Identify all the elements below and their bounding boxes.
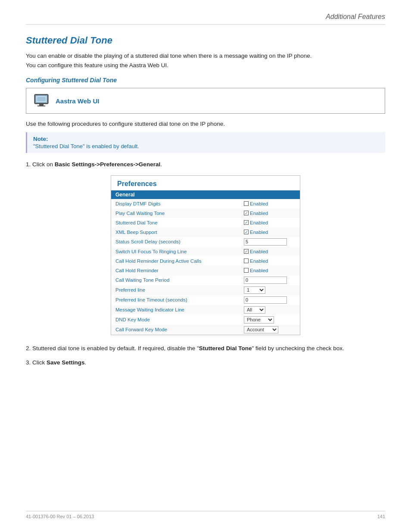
aastra-label: Aastra Web UI [56,97,99,105]
pref-select-preferred-line[interactable]: 1 2 3 [244,286,265,294]
pref-value-status-scroll [244,238,296,246]
pref-value-mwi-line: All 1 [244,306,296,314]
footer-left: 41-001376-00 Rev 01 – 06.2013 [26,514,94,519]
step-1: 1. Click on Basic Settings->Preferences-… [26,160,385,169]
pref-checkbox-stuttered-dial-tone[interactable]: ✓ [244,220,249,225]
pref-row-play-call-waiting: Play Call Waiting Tone ✓ Enabled [111,208,300,218]
step2-prefix: 2. Stuttered dial tone is enabled by def… [26,345,199,352]
pref-label-play-call-waiting: Play Call Waiting Tone [115,211,244,216]
pref-label-hold-reminder-active: Call Hold Reminder During Active Calls [115,258,244,264]
pref-label-status-scroll: Status Scroll Delay (seconds) [115,239,244,244]
pref-checkbox-xml-beep[interactable]: ✓ [244,230,249,234]
step3-suffix: . [85,359,87,366]
step3-prefix: 3. Click [26,359,47,366]
use-following-text: Use the following procedures to configur… [26,121,385,127]
pref-row-mwi-line: Message Waiting Indicator Line All 1 [111,305,300,315]
pref-label-display-dtmf: Display DTMF Digits [115,201,244,206]
step2-bold: Stuttered Dial Tone [199,345,252,352]
step1-prefix: 1. Click on [26,161,55,168]
pref-value-dnd-key-mode: Phone Account [244,316,296,324]
pref-select-mwi-line[interactable]: All 1 [244,306,265,314]
step2-suffix: " field by unchecking the check box. [252,345,344,352]
pref-checkbox-hold-reminder[interactable] [244,268,249,273]
aastra-web-ui-box: Aastra Web UI [26,88,385,114]
pref-value-play-call-waiting: ✓ Enabled [244,211,296,216]
preferences-panel: Preferences General Display DTMF Digits … [111,175,300,335]
pref-value-xml-beep: ✓ Enabled [244,230,296,235]
pref-input-status-scroll[interactable] [244,238,287,246]
pref-label-hold-reminder: Call Hold Reminder [115,268,244,273]
pref-value-preferred-line: 1 2 3 [244,286,296,294]
pref-label-dnd-key-mode: DND Key Mode [115,317,244,322]
pref-value-hold-reminder-active: Enabled [244,258,296,264]
section-heading: Configuring Stuttered Dial Tone [26,77,385,84]
pref-row-hold-reminder-active: Call Hold Reminder During Active Calls E… [111,256,300,266]
pref-input-preferred-line-timeout[interactable] [244,296,287,304]
page-title: Stuttered Dial Tone [26,35,385,46]
pref-row-preferred-line: Preferred line 1 2 3 [111,285,300,295]
svg-rect-3 [37,106,45,106]
pref-checkbox-play-call-waiting[interactable]: ✓ [244,211,249,215]
page-header: Additional Features [26,13,385,25]
note-box: Note: "Stuttered Dial Tone" is enabled b… [26,132,385,153]
step3-bold: Save Settings [47,359,85,366]
pref-label-switch-ui: Switch UI Focus To Ringing Line [115,249,244,254]
pref-value-switch-ui: ✓ Enabled [244,249,296,254]
step-3: 3. Click Save Settings. [26,358,385,367]
pref-value-call-waiting-period [244,277,296,284]
pref-label-call-forward-key-mode: Call Forward Key Mode [115,327,244,332]
pref-checkbox-hold-reminder-active[interactable] [244,258,249,263]
pref-row-call-forward-key-mode: Call Forward Key Mode Account Phone [111,325,300,335]
pref-label-mwi-line: Message Waiting Indicator Line [115,307,244,312]
pref-row-xml-beep: XML Beep Support ✓ Enabled [111,227,300,237]
note-text: "Stuttered Dial Tone" is enabled by defa… [33,143,379,149]
note-label: Note: [33,136,379,142]
preferences-title: Preferences [111,176,300,190]
step1-suffix: . [160,161,162,168]
step1-bold: Basic Settings->Preferences->General [55,161,160,168]
pref-label-xml-beep: XML Beep Support [115,230,244,235]
pref-row-dnd-key-mode: DND Key Mode Phone Account [111,315,300,325]
pref-value-hold-reminder: Enabled [244,268,296,273]
header-title: Additional Features [326,13,385,20]
pref-row-call-waiting-period: Call Waiting Tone Period [111,275,300,285]
footer-right: 141 [377,514,385,519]
pref-label-stuttered-dial-tone: Stuttered Dial Tone [115,220,244,225]
pref-label-preferred-line-timeout: Preferred line Timeout (seconds) [115,297,244,302]
pref-section-general: General [111,190,300,199]
svg-rect-5 [37,97,46,101]
pref-row-stuttered-dial-tone: Stuttered Dial Tone ✓ Enabled [111,218,300,227]
pref-label-call-waiting-period: Call Waiting Tone Period [115,277,244,283]
pref-checkbox-display-dtmf[interactable] [244,201,249,206]
pref-row-preferred-line-timeout: Preferred line Timeout (seconds) [111,295,300,305]
pref-select-dnd-key-mode[interactable]: Phone Account [244,316,274,324]
pref-row-hold-reminder: Call Hold Reminder Enabled [111,266,300,275]
pref-value-preferred-line-timeout [244,296,296,304]
pref-value-display-dtmf: Enabled [244,201,296,206]
pref-value-call-forward-key-mode: Account Phone [244,326,296,333]
aastra-monitor-icon [33,93,50,109]
pref-row-display-dtmf: Display DTMF Digits Enabled [111,199,300,208]
pref-row-switch-ui: Switch UI Focus To Ringing Line ✓ Enable… [111,247,300,256]
pref-row-status-scroll: Status Scroll Delay (seconds) [111,237,300,247]
body-text-1: You can enable or disable the playing of… [26,51,385,70]
step-2: 2. Stuttered dial tone is enabled by def… [26,344,385,353]
pref-select-call-forward-key-mode[interactable]: Account Phone [244,326,278,333]
pref-value-stuttered-dial-tone: ✓ Enabled [244,220,296,225]
pref-checkbox-switch-ui[interactable]: ✓ [244,249,249,254]
pref-input-call-waiting-period[interactable] [244,277,287,284]
page-footer: 41-001376-00 Rev 01 – 06.2013 141 [26,511,385,519]
svg-rect-2 [39,104,44,106]
pref-label-preferred-line: Preferred line [115,287,244,292]
